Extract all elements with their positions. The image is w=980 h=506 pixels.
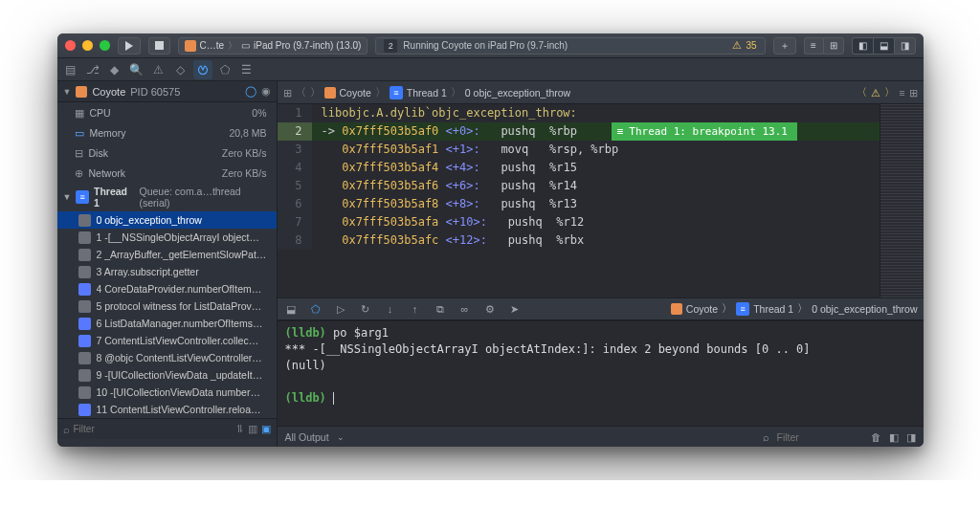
running-filter-icon[interactable]: ▣ (261, 423, 271, 435)
stop-button[interactable] (148, 37, 170, 55)
filter-icon: ⌕ (63, 424, 70, 435)
toggle-debug-area-button[interactable]: ⬓ (873, 37, 894, 55)
threads-filter-icon[interactable]: ▥ (248, 423, 257, 435)
console-output[interactable]: (lldb) po $arg1 *** -[__NSSingleObjectAr… (278, 321, 924, 426)
forward-button[interactable]: 〉 (310, 86, 321, 99)
warnings-badge[interactable]: ⚠35 (732, 39, 756, 52)
thread-icon: ≡ (76, 190, 89, 204)
frame-label: 2 _ArrayBuffer._getElementSlowPat… (97, 249, 267, 260)
prev-issue-button[interactable]: 〈 (857, 86, 867, 99)
test-navigator-tab[interactable]: ◇ (171, 60, 190, 79)
crashed-threads-filter-icon[interactable]: ⥮ (235, 423, 244, 435)
scheme-selector[interactable]: C…te 〉 ▭ iPad Pro (9.7-inch) (13.0) (178, 37, 368, 55)
disk-icon: ⊟ (75, 147, 83, 159)
gauge-network[interactable]: ⊕NetworkZero KB/s (57, 163, 277, 183)
warning-icon: ⚠ (732, 39, 742, 52)
crumb-frame[interactable]: 0 objc_exception_throw (812, 303, 917, 315)
thread-icon: ≡ (736, 302, 749, 316)
assembly-icon (78, 300, 91, 313)
location-icon[interactable]: ➤ (507, 303, 523, 316)
toggle-inspector-button[interactable]: ◨ (894, 37, 916, 55)
standard-editor-button[interactable]: ≡ (804, 37, 823, 55)
chevron-right-icon: 〉 (228, 39, 237, 53)
assembly-icon (78, 249, 91, 261)
stack-frame[interactable]: 9 -[UICollectionViewData _updateIt… (57, 366, 277, 384)
issue-navigator-tab[interactable]: ⚠ (149, 60, 168, 79)
stack-frame[interactable]: 6 ListDataManager.numberOfItems… (57, 315, 277, 332)
process-header[interactable]: ▼ Coyote PID 60575 ◯ ◉ (57, 81, 277, 102)
minimize-window-button[interactable] (82, 40, 93, 51)
stack-frame[interactable]: 2 _ArrayBuffer._getElementSlowPat… (57, 246, 277, 263)
chevron-up-down-icon[interactable]: ⌄ (337, 432, 345, 442)
report-navigator-tab[interactable]: ☰ (237, 60, 256, 79)
next-issue-button[interactable]: 〉 (884, 86, 895, 99)
jump-thread[interactable]: Thread 1 (407, 87, 447, 99)
device-icon: ▭ (241, 40, 250, 51)
console-output-scope[interactable]: All Output (285, 431, 329, 443)
frame-label: 3 Array.subscript.getter (97, 266, 199, 277)
step-out-button[interactable]: ↑ (408, 303, 423, 315)
jump-project[interactable]: Coyote (340, 87, 371, 99)
memory-graph-icon[interactable]: ∞ (457, 303, 473, 315)
minimap[interactable] (880, 104, 924, 297)
crumb-project[interactable]: Coyote (686, 303, 718, 315)
debug-navigator-tab[interactable] (193, 60, 212, 79)
gauge-cpu[interactable]: ▦CPU0% (57, 102, 277, 122)
editor-options-icon[interactable]: ≡ (899, 87, 904, 99)
continue-button[interactable]: ▷ (333, 303, 348, 316)
console-filter-input[interactable] (777, 431, 863, 443)
jump-frame[interactable]: 0 objc_exception_throw (465, 87, 570, 99)
console-view-toggle-icon[interactable]: ◨ (906, 431, 916, 443)
svg-marker-0 (125, 41, 133, 51)
step-over-button[interactable]: ↻ (358, 303, 373, 316)
close-window-button[interactable] (65, 40, 76, 51)
stack-frame[interactable]: 5 protocol witness for ListDataProv… (57, 297, 277, 315)
toggle-navigator-button[interactable]: ◧ (852, 37, 873, 55)
gauge-memory[interactable]: ▭Memory20,8 MB (57, 122, 277, 143)
stack-frame[interactable]: 0 objc_exception_throw (57, 211, 277, 229)
stack-frame[interactable]: 8 @objc ContentListViewController… (57, 349, 277, 366)
thread-header[interactable]: ▼ ≡ Thread 1 Queue: com.a…thread (serial… (57, 183, 277, 211)
frame-label: 5 protocol witness for ListDataProv… (97, 300, 262, 312)
assembly-icon (78, 266, 91, 278)
user-code-icon (78, 283, 91, 296)
gauge-disk[interactable]: ⊟DiskZero KB/s (57, 143, 277, 163)
window-controls (65, 40, 110, 51)
zoom-window-button[interactable] (100, 40, 110, 51)
stack-frame[interactable]: 10 -[UICollectionViewData number… (57, 384, 277, 401)
eye-icon[interactable]: ◉ (261, 85, 271, 98)
breakpoints-toggle-icon[interactable]: ⬠ (308, 303, 323, 316)
trash-icon[interactable]: 🗑 (871, 431, 881, 443)
add-button[interactable]: ＋ (773, 37, 796, 55)
source-control-navigator-tab[interactable]: ⎇ (83, 60, 102, 79)
hide-debug-area-icon[interactable]: ⬓ (283, 303, 299, 316)
hamburger-icon: ≡ (617, 122, 624, 141)
variables-view-toggle-icon[interactable]: ◧ (889, 431, 899, 443)
crumb-thread[interactable]: Thread 1 (753, 303, 793, 315)
run-button[interactable] (118, 37, 141, 55)
symbol-navigator-tab[interactable]: ◆ (105, 60, 124, 79)
stack-frame[interactable]: 1 -[__NSSingleObjectArrayI object… (57, 229, 277, 246)
environment-overrides-icon[interactable]: ⚙ (482, 303, 498, 316)
add-editor-icon[interactable]: ⊞ (909, 87, 918, 99)
breakpoint-flag[interactable]: ≡Thread 1: breakpoint 13.1 (612, 122, 797, 141)
project-navigator-tab[interactable]: ▤ (61, 60, 80, 79)
back-button[interactable]: 〈 (296, 86, 306, 99)
navigator-filter-input[interactable] (74, 424, 232, 434)
stack-frame[interactable]: 3 Array.subscript.getter (57, 263, 277, 280)
breakpoint-navigator-tab[interactable]: ⬠ (215, 60, 234, 79)
step-into-button[interactable]: ↓ (383, 303, 398, 315)
frame-label: 1 -[__NSSingleObjectArrayI object… (97, 231, 259, 243)
stack-frame[interactable]: 4 CoreDataProvider.numberOfItem… (57, 280, 277, 297)
activity-view: 2 Running Coyote on iPad Pro (9.7-inch) … (375, 37, 765, 55)
find-navigator-tab[interactable]: 🔍 (127, 60, 146, 79)
editor-area: ⊞ 〈 〉 Coyote 〉 ≡ Thread 1 〉 0 objc_excep… (278, 81, 924, 447)
disassembly-view[interactable]: 1libobjc.A.dylib`objc_exception_throw:2-… (278, 104, 880, 297)
stack-frame[interactable]: 11 ContentListViewController.reloa… (57, 401, 277, 418)
view-debug-icon[interactable]: ⧉ (433, 303, 448, 316)
editor-mode-segment: ≡ ⊞ (804, 37, 844, 55)
chevron-right-icon: 〉 (797, 302, 808, 316)
stack-frame[interactable]: 7 ContentListViewController.collec… (57, 332, 277, 349)
canvas-editor-button[interactable]: ⊞ (823, 37, 844, 55)
related-items-icon[interactable]: ⊞ (283, 87, 292, 99)
